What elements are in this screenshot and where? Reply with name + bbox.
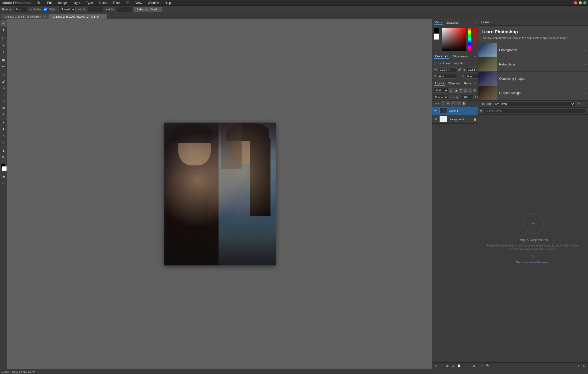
color-alpha-slider[interactable]	[473, 28, 477, 51]
properties-tab[interactable]: Properties	[434, 54, 449, 59]
layer-kind-select[interactable]: Kind	[434, 88, 448, 93]
filter-adjustment-btn[interactable]: ◑	[454, 88, 458, 93]
opacity-input[interactable]	[461, 95, 474, 99]
color-gradient-picker[interactable]	[442, 28, 466, 51]
my-library-select[interactable]: My Library	[494, 102, 575, 106]
window-maximize-btn[interactable]	[583, 1, 586, 4]
layers-tab[interactable]: Layers	[434, 81, 445, 86]
feather-input[interactable]	[15, 7, 28, 12]
menu-select[interactable]: Select	[97, 1, 108, 5]
menu-image[interactable]: Image	[57, 1, 68, 5]
paths-tab[interactable]: Paths	[463, 81, 473, 85]
select-mask-button[interactable]: Select and Mask...	[134, 7, 163, 12]
learn-item-retouching[interactable]: Retouching ›	[478, 57, 588, 72]
tool-spot-heal[interactable]: ⊙	[1, 72, 7, 78]
tab-close-2[interactable]: ×	[102, 15, 104, 18]
tool-screen-mode[interactable]: ⬡	[1, 180, 7, 186]
menu-3d[interactable]: 3D	[124, 1, 130, 5]
menu-filter[interactable]: Filter	[112, 1, 121, 5]
lock-artboard-btn[interactable]: ⬡	[457, 101, 461, 105]
layer-visibility-layer1[interactable]: 👁	[434, 109, 438, 113]
layers-panel-menu[interactable]: ≡	[475, 82, 476, 85]
blend-mode-select[interactable]: Normal	[434, 95, 448, 99]
filter-pixel-btn[interactable]: ⬚	[449, 88, 453, 93]
learn-item-combining[interactable]: Combining Images ›	[478, 72, 588, 86]
color-panel-collapse[interactable]: ≡	[474, 21, 476, 24]
x-input[interactable]	[438, 74, 456, 79]
foreground-swatch[interactable]	[434, 28, 439, 34]
add-layer-style-btn[interactable]: fx	[434, 363, 438, 368]
layer-item-layer1[interactable]: 👁 Layer 1	[432, 106, 478, 115]
libraries-new-library-link[interactable]: New Library from Document...	[516, 261, 551, 264]
libraries-sync-btn[interactable]: ↻	[480, 363, 485, 368]
menu-window[interactable]: Window	[147, 1, 160, 5]
learn-item-photography[interactable]: Photography ›	[478, 43, 588, 57]
tool-dodge[interactable]: ◔	[1, 111, 7, 117]
libraries-help-icon[interactable]: ?	[532, 254, 534, 259]
add-mask-btn[interactable]: ⬚	[439, 363, 444, 368]
color-tab[interactable]: Color	[434, 20, 443, 25]
swatches-tab[interactable]: Swatches	[445, 21, 460, 25]
filter-smart-btn[interactable]: ⬡	[468, 88, 472, 93]
menu-view[interactable]: View	[134, 1, 143, 5]
tool-quick-select[interactable]: ⬦	[1, 48, 7, 55]
learn-item-graphic-design[interactable]: Graphic Design ›	[478, 86, 588, 100]
menu-help[interactable]: Help	[163, 1, 172, 5]
layer-item-background[interactable]: 👁 Background 🔒	[432, 115, 478, 124]
tool-lasso[interactable]: ∿	[1, 42, 7, 48]
filter-type-btn[interactable]: T	[459, 88, 463, 93]
window-minimize-btn[interactable]	[579, 1, 582, 4]
tab-close-1[interactable]: ×	[44, 15, 45, 18]
libraries-search-btn[interactable]: 🔍	[486, 363, 490, 368]
menu-type[interactable]: Type	[85, 1, 94, 5]
layers-filter-toggle[interactable]: ●	[473, 88, 477, 92]
libraries-add-btn[interactable]: +	[576, 363, 581, 368]
tab-document-2[interactable]: Untitled-2 @ 100% (Layer 1, RGB/8#) ×	[49, 14, 107, 19]
tool-crop[interactable]: ⊞	[1, 57, 7, 63]
libraries-settings-btn[interactable]: ⚙	[582, 363, 586, 368]
menu-layer[interactable]: Layer	[71, 1, 81, 5]
window-close-btn[interactable]	[574, 1, 577, 4]
background-color[interactable]	[2, 166, 7, 171]
tab-document-1[interactable]: Untitled-1 @ 66.7% (RGB/8#) ×	[1, 14, 49, 19]
libraries-grid-view-btn[interactable]: ⊞	[577, 102, 581, 106]
lock-image-btn[interactable]: ✏	[446, 101, 450, 105]
tool-path-select[interactable]: ↖	[1, 132, 7, 139]
canvas-area[interactable]	[7, 19, 432, 369]
link-proportional[interactable]: 🔗	[458, 68, 462, 71]
tool-shape[interactable]: ◯	[1, 139, 7, 145]
tool-zoom[interactable]: 🔍	[1, 154, 7, 160]
color-hue-slider[interactable]	[468, 28, 471, 51]
tool-pen[interactable]: ✒	[1, 119, 7, 126]
menu-file[interactable]: File	[35, 1, 42, 5]
tool-history-brush[interactable]: ↺	[1, 91, 7, 98]
lock-transparent-btn[interactable]: ⬚	[441, 101, 445, 105]
tool-gradient[interactable]: ▦	[1, 104, 7, 111]
delete-layer-btn[interactable]: 🗑	[472, 363, 477, 368]
tool-quick-mask[interactable]: ⬒	[1, 173, 7, 179]
filter-shape-btn[interactable]: ◯	[464, 88, 467, 93]
tool-clone[interactable]: ⊕	[1, 85, 7, 91]
tool-text[interactable]: T	[1, 126, 7, 132]
w-input[interactable]	[439, 67, 457, 72]
tool-hand[interactable]: ✋	[1, 148, 7, 154]
lock-all-btn[interactable]: 🔒	[462, 101, 466, 105]
tool-rectangular-marquee[interactable]: ⬚	[1, 35, 7, 42]
adjustments-tab[interactable]: Adjustments	[451, 54, 469, 58]
lock-position-btn[interactable]: ✥	[451, 101, 455, 105]
libraries-list-view-btn[interactable]: ☰	[581, 102, 586, 106]
tool-move[interactable]: ↖	[1, 20, 7, 26]
menu-edit[interactable]: Edit	[46, 1, 54, 5]
style-select[interactable]: Normal	[58, 7, 76, 12]
tool-eraser[interactable]: ◻	[1, 98, 7, 104]
background-swatch[interactable]	[434, 34, 439, 40]
layer-visibility-background[interactable]: 👁	[434, 117, 438, 121]
new-layer-btn[interactable]: 📋	[457, 363, 461, 368]
libraries-search-input[interactable]	[484, 109, 586, 113]
height-input[interactable]	[117, 7, 132, 12]
tool-eyedropper[interactable]: ✒	[1, 63, 7, 70]
properties-panel-collapse[interactable]: ≡	[474, 55, 476, 58]
anti-alias-checkbox[interactable]	[44, 8, 47, 11]
tool-artboard[interactable]: ✥	[1, 27, 7, 33]
new-fill-adjustment-btn[interactable]: ◑	[445, 363, 450, 368]
